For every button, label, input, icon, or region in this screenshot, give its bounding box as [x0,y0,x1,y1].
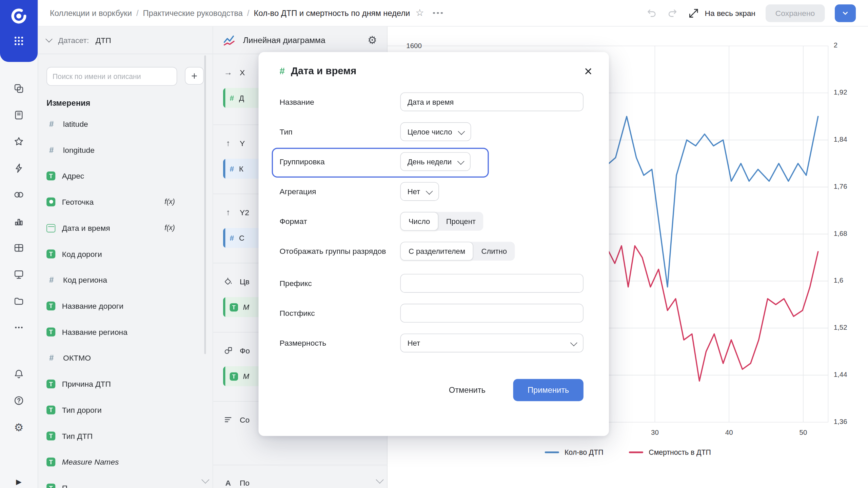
dataset-field-row[interactable]: #longitude [38,137,213,163]
format-option-number[interactable]: Число [400,212,438,231]
dataset-field-row[interactable]: TП [38,475,213,488]
add-field-button[interactable]: + [185,67,204,85]
geopoint-field-icon [46,197,55,206]
dataset-field-row[interactable]: Геоточкаf(x) [38,189,213,215]
field-search-input[interactable] [46,67,177,86]
dataset-field-row[interactable]: TТип ДТП [38,423,213,449]
chart-legend: Кол-во ДТПСмертность в ДТП [388,448,868,456]
saved-button[interactable]: Сохранено [765,4,825,22]
more-menu-icon[interactable] [433,12,443,14]
dataset-field-row[interactable]: TНазвание региона [38,319,213,345]
name-input[interactable] [400,93,583,111]
fullscreen-button[interactable]: На весь экран [688,7,755,19]
chevron-down-icon [426,187,433,195]
dimension-select[interactable]: Нет [400,333,583,352]
bell-icon[interactable] [13,368,24,380]
field-name: Measure Names [62,457,119,466]
line-chart-icon [223,34,236,47]
y-right-axis-tick: 1,52 [834,324,847,331]
datasets-icon[interactable] [13,242,24,253]
chevron-down-icon [458,128,465,135]
breadcrumb-item[interactable]: Практические руководства [143,8,243,17]
dataset-field-row[interactable]: #latitude [38,111,213,137]
undo-icon[interactable] [646,7,657,19]
x-axis-tick: 40 [718,429,740,436]
dataset-name[interactable]: ДТП [96,36,111,44]
chart-type-title[interactable]: Линейная диаграмма [243,35,326,45]
dataset-field-row[interactable]: Дата и времяf(x) [38,215,213,241]
datalens-logo[interactable] [7,4,31,28]
dataset-field-row[interactable]: TАдрес [38,163,213,189]
dataset-fields: #latitude#longitudeTАдресГеоточкаf(x)Дат… [38,111,213,488]
y-right-axis-tick: 1,44 [834,371,847,379]
app: Коллекции и воркбуки/Практические руково… [0,0,868,488]
legend-swatch [629,451,643,453]
rail-bottom: ⚙ [0,368,38,432]
breadcrumb-item[interactable]: Коллекции и воркбуки [50,8,132,17]
apps-grid-icon[interactable] [13,35,24,46]
number-field-icon: # [46,353,56,363]
string-field-icon: T [46,483,55,488]
gear-icon[interactable]: ⚙ [13,422,24,433]
type-value: Целое число [408,127,452,136]
functions-icon[interactable] [13,163,24,174]
digit-groups-option-separator[interactable]: С разделителем [400,242,473,261]
favorite-star-icon[interactable]: ☆ [416,7,424,19]
format-option-percent[interactable]: Процент [438,212,484,231]
presentations-icon[interactable] [13,269,24,280]
collapse-play-icon[interactable]: ▶ [0,477,38,486]
series-line-Смертность в ДТП [609,246,818,381]
date-field-icon [46,224,55,232]
breadcrumb-separator: / [136,8,139,17]
redo-icon[interactable] [667,7,678,19]
bucket-icon [223,277,233,286]
more-icon[interactable] [13,322,24,333]
number-field-icon: # [230,164,234,173]
storage-icon[interactable] [13,296,24,307]
dataset-field-row[interactable]: TПричина ДТП [38,371,213,397]
dataset-field-row[interactable]: TТип дороги [38,397,213,423]
legend-item[interactable]: Кол-во ДТП [545,448,603,456]
charts-icon[interactable] [13,216,24,227]
dataset-field-row[interactable]: #ОКТМО [38,345,213,371]
chip-field-name: К [239,165,243,173]
chart-settings-gear-icon[interactable]: ⚙ [368,35,377,45]
string-field-icon: T [230,372,238,380]
dataset-label: Датасет: [58,36,89,44]
dataset-field-row[interactable]: TНазвание дороги [38,293,213,319]
dataset-field-row[interactable]: TКод дороги [38,241,213,267]
grouping-select[interactable]: День недели [400,152,470,171]
dataset-field-row[interactable]: #Код региона [38,267,213,293]
rail-brand-tab [0,0,38,62]
grouping-row: Группировка День недели [279,152,583,171]
aggregation-select[interactable]: Нет [400,182,439,201]
dataset-scrollbar[interactable] [204,55,206,354]
chip-field-name: M [243,303,249,311]
arrow-up-icon: ↑ [223,207,233,217]
services-icon[interactable] [13,189,24,200]
chevron-down-icon [45,36,53,43]
field-name: Код региона [63,275,107,284]
dimension-label: Размерность [279,338,400,348]
collections-icon[interactable] [13,83,24,94]
help-icon[interactable] [13,395,24,406]
favorites-icon[interactable] [13,136,24,147]
breadcrumb: Коллекции и воркбуки/Практические руково… [50,8,410,17]
number-field-icon: # [46,145,56,155]
save-dropdown-button[interactable] [835,4,856,22]
y-right-axis-tick: 1,68 [834,230,847,238]
prefix-input[interactable] [400,274,583,293]
postfix-input[interactable] [400,304,583,323]
dataset-field-row[interactable]: TMeasure Names [38,449,213,475]
workbooks-icon[interactable] [13,109,24,121]
type-select[interactable]: Целое число [400,122,471,141]
legend-item[interactable]: Смертность в ДТП [629,448,711,456]
close-button[interactable]: × [582,62,595,80]
apply-button[interactable]: Применить [513,379,584,401]
legend-label: Кол-во ДТП [565,448,603,456]
digit-groups-option-merged[interactable]: Слитно [474,242,515,261]
breadcrumb-item[interactable]: Кол-во ДТП и смертность по дням недели [254,8,410,17]
number-field-icon: # [46,275,56,285]
dataset-header[interactable]: Датасет: ДТП [38,26,213,54]
cancel-button[interactable]: Отменить [438,379,496,401]
